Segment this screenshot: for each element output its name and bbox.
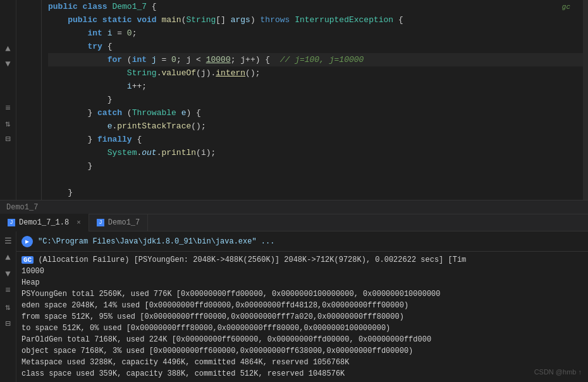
- console-print-icon[interactable]: ⊟: [3, 317, 14, 329]
- indent-3: [48, 28, 87, 38]
- filename-bar: Demo1_7: [0, 200, 588, 214]
- indent-9: [48, 108, 87, 118]
- tab-close-0[interactable]: ×: [77, 219, 81, 226]
- code-line-2: public static void main(String[] args) t…: [48, 13, 583, 27]
- punc-9d: ) {: [187, 108, 201, 118]
- line-num-11: [16, 133, 41, 146]
- kw-catch: catch: [97, 108, 122, 118]
- gc-comment: gc: [562, 3, 583, 11]
- punc-5d: ; j++) {: [231, 55, 275, 65]
- console-down-icon[interactable]: ▼: [3, 268, 14, 280]
- console-sort-icon[interactable]: ⇅: [3, 301, 14, 312]
- code-line-13: }: [48, 159, 583, 173]
- code-line-1: public class Demo1_7 { gc: [48, 0, 583, 13]
- keyword-public: public: [48, 2, 83, 11]
- tab-0[interactable]: J Demo1_7_1.8×: [0, 214, 89, 231]
- indent-5: [48, 55, 107, 65]
- code-line-14: [48, 173, 583, 186]
- tab-icon-1: J: [97, 219, 104, 226]
- console-list-icon[interactable]: ≡: [3, 285, 14, 296]
- line-num-12: [16, 146, 41, 159]
- print-icon[interactable]: ⊟: [3, 133, 14, 144]
- num-0: 0: [127, 28, 132, 38]
- var-i-2: i: [127, 82, 132, 91]
- punc-2c: ): [250, 15, 260, 25]
- comment-loop: // j=100, j=10000: [275, 55, 364, 65]
- type-string-2: String: [127, 68, 157, 78]
- code-line-7: i++;: [48, 80, 583, 93]
- param-e-2: e: [107, 121, 113, 131]
- tab-icon-0: J: [8, 219, 15, 226]
- indent-11: [48, 135, 87, 144]
- console-icon-1[interactable]: ☰: [3, 235, 14, 247]
- punc-9a: }: [87, 108, 97, 118]
- punc-10a: .: [112, 121, 117, 131]
- param-e: e: [181, 108, 187, 118]
- console-toolbar: ▶ "C:\Program Files\Java\jdk1.8.0_91\bin…: [16, 231, 588, 252]
- kw-void: void: [137, 15, 161, 25]
- line-num-13: [16, 159, 41, 173]
- punc-12a: .: [137, 148, 142, 157]
- up-arrow-icon[interactable]: ▲: [3, 43, 14, 54]
- line-num-10: [16, 120, 41, 133]
- console-line-3: Heap: [21, 277, 583, 288]
- down-arrow-icon[interactable]: ▼: [3, 58, 14, 70]
- punc-5c: ; j <: [176, 55, 206, 65]
- tab-bar: J Demo1_7_1.8×J Demo1_7: [0, 214, 588, 231]
- gc-badge: GC: [21, 256, 34, 264]
- line-num-2: [16, 13, 41, 27]
- code-editor[interactable]: public class Demo1_7 { gc public static …: [42, 0, 583, 200]
- punc-3a: =: [112, 28, 126, 38]
- console-line-9: object space 7168K, 3% used [0x00000000f…: [21, 345, 583, 357]
- var-i: i: [107, 28, 113, 38]
- code-line-15: }: [48, 186, 583, 199]
- punc-2d: {: [393, 15, 403, 25]
- code-line-12: System.out.println(i);: [48, 146, 583, 159]
- code-line-9: } catch (Throwable e) {: [48, 106, 583, 120]
- param-args: args: [231, 15, 250, 25]
- list-icon[interactable]: ≡: [3, 102, 14, 114]
- method-printstacktrace: printStackTrace: [117, 121, 191, 131]
- punc-1: {: [147, 2, 157, 11]
- code-line-5: for (int j = 0; j < 10000; j++) { // j=1…: [48, 53, 583, 66]
- tab-1[interactable]: J Demo1_7: [89, 214, 148, 231]
- editor-scrollbar[interactable]: [583, 0, 588, 200]
- line-num-7: [16, 80, 41, 93]
- line-num-4: [16, 40, 41, 53]
- code-line-3: int i = 0;: [48, 27, 583, 40]
- code-line-11: } finally {: [48, 133, 583, 146]
- sort-icon[interactable]: ⇅: [3, 118, 14, 129]
- kw-try: try: [87, 42, 102, 51]
- exc-throwable: Throwable: [132, 108, 176, 118]
- kw-static: static: [102, 15, 137, 25]
- punc-11a: }: [87, 135, 97, 144]
- console-output-area: ▶ "C:\Program Files\Java\jdk1.8.0_91\bin…: [16, 231, 588, 382]
- tab-label-1: Demo1_7: [108, 218, 140, 227]
- code-line-10: e.printStackTrace();: [48, 120, 583, 133]
- line-num-3: 💡: [16, 27, 41, 40]
- code-line-8: }: [48, 93, 583, 106]
- keyword-class: class: [83, 2, 113, 11]
- console-output[interactable]: GC (Allocation Failure) [PSYoungGen: 204…: [16, 252, 588, 382]
- console-up-icon[interactable]: ▲: [3, 252, 14, 263]
- punc-2a: (: [181, 15, 187, 25]
- indent-4: [48, 42, 87, 51]
- punc-6c: ();: [245, 68, 260, 78]
- method-main: main: [161, 15, 181, 25]
- console-line-1: GC (Allocation Failure) [PSYoungGen: 204…: [21, 254, 583, 266]
- console-left-gutter: ☰ ▲ ▼ ≡ ⇅ ⊟: [0, 231, 16, 382]
- punc-9b: (: [122, 108, 132, 118]
- punc-12b: .: [157, 148, 162, 157]
- punc-5b: =: [157, 55, 171, 65]
- punc-11b: {: [132, 135, 142, 144]
- var-j: j: [152, 55, 157, 65]
- console-run-icon: ▶: [21, 236, 33, 247]
- exc-interrupted: InterruptedException: [295, 15, 393, 25]
- indent-15: [48, 188, 68, 197]
- punc-5a: (: [122, 55, 132, 65]
- kw-int: int: [87, 28, 107, 38]
- console-path: "C:\Program Files\Java\jdk1.8.0_91\bin\j…: [38, 237, 274, 246]
- kw-for: for: [107, 55, 122, 65]
- punc-10b: ();: [191, 121, 205, 131]
- field-out: out: [142, 148, 156, 157]
